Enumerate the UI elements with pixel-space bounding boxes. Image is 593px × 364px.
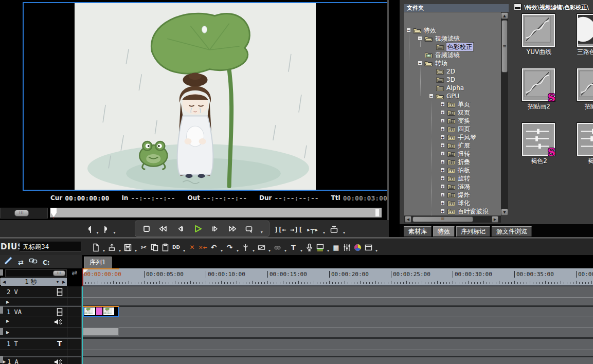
tree-item-变换[interactable]: +变换 [404, 117, 501, 125]
shuttle-thumb[interactable]: lll [14, 210, 29, 216]
tree-item-球化[interactable]: +球化 [404, 199, 501, 207]
tree-item-label[interactable]: 涟漪 [458, 183, 470, 191]
new-project-menu-caret[interactable]: ▾ [101, 248, 106, 254]
timeline-ruler[interactable]: 00:00:00:0000:00:05:0000:00:10:0000:00:1… [82, 268, 593, 286]
tree-item-单页[interactable]: +单页 [404, 100, 501, 108]
tree-item-label[interactable]: 扩展 [458, 141, 470, 150]
tree-item-3D[interactable]: 3D [404, 76, 501, 84]
scale-decrease-arrow[interactable]: ◀ [1, 280, 7, 284]
speaker-icon[interactable] [53, 358, 62, 364]
tree-item-label[interactable]: 3D [446, 76, 455, 84]
sequence-tab[interactable]: 序列1 [84, 257, 112, 268]
timeline-playhead[interactable] [82, 286, 83, 364]
track-expand-arrow[interactable]: ▶ [6, 300, 9, 304]
speaker-icon[interactable] [53, 318, 62, 327]
expand-icon[interactable]: + [440, 135, 445, 139]
undo-menu-caret[interactable]: ▾ [219, 248, 224, 254]
timeline-mode-pen-icon[interactable] [4, 257, 13, 267]
window-layout-menu-caret[interactable]: ▾ [374, 248, 379, 254]
title-icon[interactable]: T [288, 242, 299, 253]
previous-frame-button[interactable] [173, 222, 187, 235]
tree-item-label[interactable]: 音频滤镜 [435, 51, 460, 59]
add-transition-menu-caret[interactable]: ▾ [267, 248, 272, 254]
scrollbar-thumb[interactable]: lll [412, 216, 473, 222]
preview-monitor[interactable] [23, 2, 388, 191]
ripple-delete-icon[interactable]: ✕← [197, 242, 208, 253]
palette-tab-特效[interactable]: 特效 [433, 226, 455, 236]
export-to-tape-button[interactable] [328, 223, 340, 236]
redo-icon[interactable]: ↷ [224, 242, 235, 253]
tree-item-2D[interactable]: 2D [404, 67, 501, 76]
tree-item-label[interactable]: 视频滤镜 [435, 34, 460, 43]
video-clip[interactable] [83, 306, 119, 317]
time-scale-selector[interactable]: ◀ 1 秒 ▾ ▶ [1, 278, 67, 286]
window-layout-icon[interactable] [363, 242, 374, 253]
scroll-left-button[interactable]: ◀ [405, 216, 411, 223]
position-bar[interactable] [50, 208, 382, 217]
expand-icon[interactable]: + [440, 209, 445, 213]
tree-item-音频滤镜[interactable]: 音频滤镜 [404, 51, 501, 59]
tree-item-折叠[interactable]: +折叠 [404, 158, 501, 166]
collapse-icon[interactable]: − [429, 94, 434, 98]
tree-item-色彩校正[interactable]: 色彩校正 [404, 43, 501, 51]
add-cut-point-icon[interactable] [240, 242, 251, 253]
expand-icon[interactable]: + [440, 201, 445, 205]
scroll-up-button[interactable]: ▲ [501, 12, 508, 19]
mute-clip-icon[interactable] [272, 242, 283, 253]
tree-item-label[interactable]: 球化 [458, 199, 470, 207]
scale-menu-caret[interactable]: ▾ [55, 280, 61, 284]
mute-clip-menu-caret[interactable]: ▾ [283, 248, 288, 254]
effect-thumbnail-招贴画[interactable] [577, 68, 593, 101]
open-project-menu-caret[interactable]: ▾ [117, 248, 122, 254]
color-correction-icon[interactable] [352, 242, 363, 253]
loop-playback-button[interactable] [243, 222, 256, 235]
effect-thumbnail-招贴画2[interactable]: S [522, 68, 555, 101]
tree-item-label[interactable]: Alpha [446, 84, 464, 92]
tree-item-转场[interactable]: −转场 [404, 59, 501, 67]
palette-window-icon[interactable] [514, 4, 522, 10]
new-project-icon[interactable] [91, 242, 101, 253]
tree-item-爆炸[interactable]: +爆炸 [404, 191, 501, 199]
tree-item-label[interactable]: 变换 [458, 117, 470, 125]
tree-item-label[interactable]: 旋转 [458, 174, 470, 183]
expand-icon[interactable]: + [440, 176, 445, 180]
tree-item-手风琴[interactable]: +手风琴 [404, 133, 501, 141]
expand-icon[interactable]: + [440, 192, 445, 197]
tree-item-Alpha[interactable]: Alpha [404, 84, 501, 92]
tree-item-label[interactable]: 扭转 [458, 150, 470, 158]
expand-icon[interactable]: + [440, 168, 445, 172]
effect-thumbnail-YUV曲线[interactable] [522, 14, 555, 47]
effect-thumbnail-三路色彩校正[interactable] [577, 14, 593, 47]
audio-clip-bar[interactable] [83, 327, 119, 336]
tree-item-扭转[interactable]: +扭转 [404, 150, 501, 158]
tree-item-旋转[interactable]: +旋转 [404, 174, 501, 183]
mark-in-button[interactable] [83, 223, 95, 236]
timeline-mode-snap-icon[interactable]: C: [43, 257, 50, 267]
delete-icon[interactable]: ✕ [187, 242, 197, 253]
rewind-button[interactable] [156, 222, 170, 235]
tree-item-扩展[interactable]: +扩展 [404, 141, 501, 150]
expand-icon[interactable]: + [440, 143, 445, 148]
goto-out-button[interactable]: →][ [289, 223, 303, 236]
voice-over-icon[interactable] [304, 242, 315, 253]
next-frame-button[interactable] [209, 222, 222, 235]
fast-forward-button[interactable] [225, 222, 240, 235]
play-around-cursor-button[interactable]: ▸┬▸ [305, 223, 320, 236]
tree-item-label[interactable]: 转场 [435, 59, 447, 67]
palette-tab-序列标记[interactable]: 序列标记 [456, 226, 490, 236]
mark-out-button[interactable] [100, 223, 112, 236]
save-project-icon[interactable] [122, 242, 133, 253]
tree-item-四页[interactable]: +四页 [404, 125, 501, 133]
open-project-icon[interactable] [106, 242, 117, 253]
add-cut-point-menu-caret[interactable]: ▾ [251, 248, 256, 254]
tree-item-label[interactable]: 特效 [424, 26, 436, 34]
ruler-playhead[interactable] [82, 268, 83, 286]
play-around-menu-caret[interactable]: ▾ [321, 230, 327, 237]
tree-item-label[interactable]: 单页 [458, 100, 470, 108]
scrub-playhead[interactable] [51, 208, 57, 217]
palette-tab-素材库[interactable]: 素材库 [404, 226, 432, 236]
collapse-icon[interactable]: − [418, 36, 422, 41]
tree-item-拍板[interactable]: +拍板 [404, 166, 501, 174]
scroll-right-button[interactable]: ▶ [492, 216, 498, 223]
track-expand-arrow[interactable]: ▶ [6, 330, 9, 335]
